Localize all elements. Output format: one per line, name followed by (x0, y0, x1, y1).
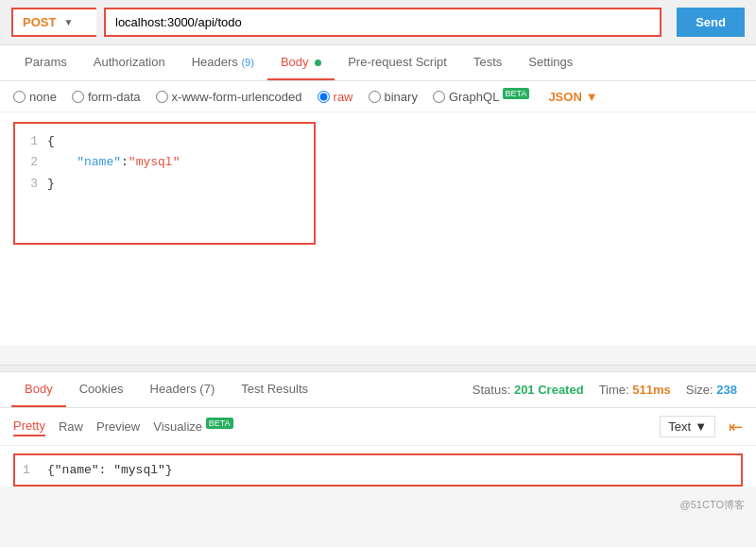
text-format-label: Text (668, 419, 691, 434)
tab-tests[interactable]: Tests (460, 45, 515, 80)
resp-line-num-1: 1 (23, 463, 38, 477)
raw-label: raw (334, 90, 353, 104)
json-format-select[interactable]: JSON ▼ (548, 90, 597, 104)
watermark: @51CTO博客 (0, 494, 756, 516)
method-value: POST (23, 15, 56, 29)
response-code-block: 1 {"name": "mysql"} (13, 453, 743, 487)
graphql-radio[interactable] (433, 91, 445, 103)
size-stat: Size: 238 (686, 383, 737, 397)
wrap-icon[interactable]: ⇤ (729, 417, 743, 437)
urlencoded-label: x-www-form-urlencoded (172, 90, 302, 104)
binary-radio[interactable] (369, 91, 381, 103)
response-tabs-row: Body Cookies Headers (7) Test Results St… (0, 372, 756, 408)
line-3-content: } (47, 174, 55, 195)
response-format-row: Pretty Raw Preview Visualize BETA Text ▼… (0, 408, 756, 446)
binary-label: binary (385, 90, 418, 104)
time-value: 511ms (632, 383, 670, 397)
response-tabs-left: Body Cookies Headers (7) Test Results (11, 372, 321, 407)
fmt-tab-pretty[interactable]: Pretty (13, 417, 45, 436)
method-select[interactable]: POST ▼ (11, 8, 96, 37)
graphql-label: GraphQL BETA (449, 89, 529, 104)
section-divider (0, 365, 756, 372)
resp-tab-headers[interactable]: Headers (7) (137, 372, 229, 407)
text-format-arrow: ▼ (695, 419, 707, 434)
status-value: 201 Created (514, 383, 584, 397)
formdata-option[interactable]: form-data (72, 90, 141, 104)
code-line-1: 1 { (23, 131, 306, 152)
code-line-3: 3 } (23, 174, 306, 195)
fmt-tab-raw[interactable]: Raw (59, 418, 83, 436)
resp-code-content: {"name": "mysql"} (47, 463, 173, 477)
tab-headers[interactable]: Headers (9) (179, 45, 267, 80)
line-num-1: 1 (23, 131, 38, 152)
url-input[interactable] (104, 8, 662, 37)
graphql-option[interactable]: GraphQL BETA (433, 89, 529, 104)
line-num-2: 2 (23, 152, 38, 173)
time-stat: Time: 511ms (599, 383, 671, 397)
tab-body[interactable]: Body (267, 45, 335, 80)
binary-option[interactable]: binary (369, 90, 418, 104)
body-active-dot (315, 60, 321, 66)
method-dropdown-arrow: ▼ (63, 17, 73, 27)
visualize-beta-badge: BETA (206, 418, 233, 429)
line-2-content: "name":"mysql" (47, 152, 180, 173)
watermark-text: @51CTO博客 (680, 499, 745, 510)
body-options-row: none form-data x-www-form-urlencoded raw… (0, 81, 756, 112)
response-stats: Status: 201 Created Time: 511ms Size: 23… (472, 383, 745, 397)
resp-tab-body[interactable]: Body (11, 372, 66, 407)
fmt-tab-visualize[interactable]: Visualize BETA (153, 417, 232, 436)
headers-badge: (9) (241, 57, 253, 68)
none-label: none (29, 90, 57, 104)
none-radio[interactable] (13, 91, 26, 103)
tab-params[interactable]: Params (11, 45, 80, 80)
urlencoded-option[interactable]: x-www-form-urlencoded (156, 90, 302, 104)
raw-radio[interactable] (318, 91, 330, 103)
text-format-select[interactable]: Text ▼ (660, 416, 715, 437)
urlencoded-radio[interactable] (156, 91, 168, 103)
response-area: Body Cookies Headers (7) Test Results St… (0, 372, 756, 487)
tab-authorization[interactable]: Authorization (80, 45, 179, 80)
main-content: none form-data x-www-form-urlencoded raw… (0, 81, 756, 346)
formdata-label: form-data (88, 90, 141, 104)
code-line-2: 2 "name":"mysql" (23, 152, 306, 173)
request-tabs-row: Params Authorization Headers (9) Body Pr… (0, 45, 756, 81)
formdata-radio[interactable] (72, 91, 84, 103)
json-dropdown-arrow: ▼ (586, 90, 598, 104)
send-button[interactable]: Send (677, 8, 745, 37)
line-num-3: 3 (23, 174, 38, 195)
fmt-tab-preview[interactable]: Preview (96, 418, 140, 436)
graphql-beta-badge: BETA (503, 88, 530, 99)
line-1-content: { (47, 131, 55, 152)
request-body-editor[interactable]: 1 { 2 "name":"mysql" 3 } (13, 122, 316, 245)
size-value: 238 (716, 383, 737, 397)
status-stat: Status: 201 Created (472, 383, 584, 397)
raw-option[interactable]: raw (318, 90, 353, 104)
none-option[interactable]: none (13, 90, 57, 104)
resp-tab-testresults[interactable]: Test Results (228, 372, 321, 407)
top-bar: POST ▼ Send (0, 0, 756, 45)
resp-tab-cookies[interactable]: Cookies (66, 372, 137, 407)
json-label: JSON (548, 90, 581, 104)
tab-settings[interactable]: Settings (515, 45, 586, 80)
tab-prerequest[interactable]: Pre-request Script (335, 45, 460, 80)
